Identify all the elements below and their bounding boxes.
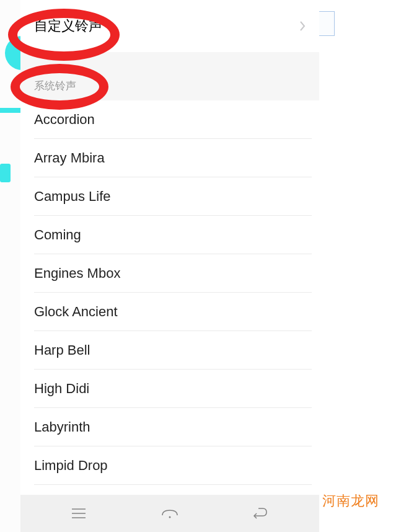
page-container: 自定义铃声 系统铃声 Accordion Array Mbira Campus … [0,0,319,532]
ringtone-item[interactable]: Labyrinth [20,408,319,446]
custom-ringtone-row[interactable]: 自定义铃声 [20,0,319,52]
ringtone-item[interactable]: Engines Mbox [20,254,319,293]
ringtone-list: Accordion Array Mbira Campus Life Coming… [20,100,319,523]
ringtone-item[interactable]: Harp Bell [20,331,319,370]
ringtone-label: Campus Life [34,188,111,205]
ringtone-label: Glock Ancient [34,304,118,320]
content-panel: 自定义铃声 系统铃声 Accordion Array Mbira Campus … [20,0,319,532]
ringtone-item[interactable]: Glock Ancient [20,293,319,331]
ringtone-label: Labyrinth [34,419,90,435]
bottom-navigation-bar [20,495,319,532]
ringtone-label: Harp Bell [34,342,90,358]
ringtone-item[interactable]: Limpid Drop [20,446,319,485]
ringtone-item[interactable]: High Didi [20,370,319,408]
svg-point-3 [169,516,170,518]
ringtone-item[interactable]: Coming [20,216,319,254]
custom-ringtone-label: 自定义铃声 [34,17,299,35]
ringtone-label: Array Mbira [34,150,105,166]
ringtone-item[interactable]: Array Mbira [20,139,319,177]
ringtone-item[interactable]: Accordion [20,100,319,139]
section-header-system-ringtones: 系统铃声 [20,52,319,100]
annotation-highlight-stroke [0,164,11,182]
chevron-right-icon [299,20,306,32]
ringtone-label: Accordion [34,112,95,128]
ringtone-label: Engines Mbox [34,265,120,282]
ringtone-label: High Didi [34,381,89,397]
home-icon[interactable] [157,501,182,526]
menu-icon[interactable] [66,501,91,526]
ringtone-label: Limpid Drop [34,458,108,474]
back-icon[interactable] [249,501,273,526]
watermark: 河南龙网 [322,492,379,510]
ringtone-item[interactable]: Campus Life [20,177,319,216]
ringtone-label: Coming [34,227,81,243]
section-header-label: 系统铃声 [34,79,76,93]
